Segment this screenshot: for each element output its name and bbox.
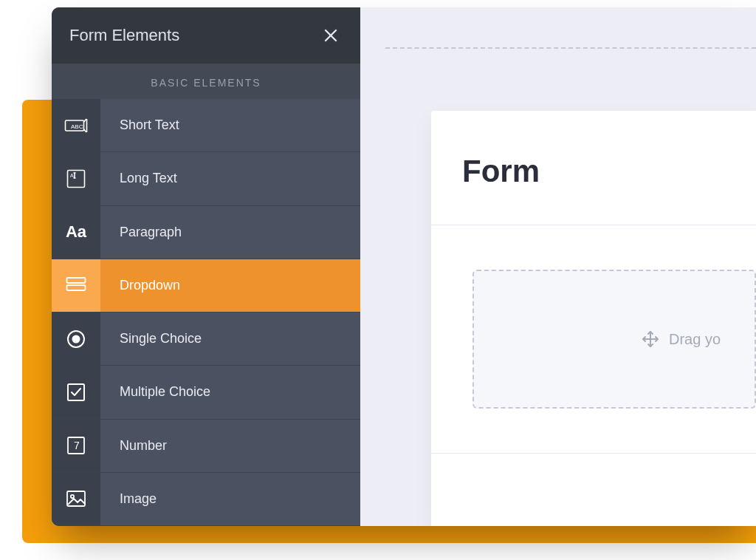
element-number[interactable]: 7 Number: [52, 420, 360, 473]
element-label: Long Text: [100, 171, 177, 186]
element-image[interactable]: Image: [52, 473, 360, 526]
long-text-icon: A: [52, 152, 100, 205]
svg-text:A: A: [70, 173, 74, 178]
element-label: Number: [100, 438, 167, 454]
top-guideline: [385, 47, 756, 49]
svg-text:ABC: ABC: [71, 123, 83, 129]
svg-line-4: [84, 119, 87, 122]
svg-rect-16: [68, 384, 84, 400]
form-canvas: Form Drag yo: [360, 7, 756, 526]
svg-point-20: [71, 495, 74, 498]
form-body: Drag yo: [431, 225, 756, 454]
svg-rect-12: [67, 278, 86, 283]
close-icon: [322, 27, 340, 44]
close-button[interactable]: [319, 24, 343, 47]
number-icon: 7: [52, 420, 100, 472]
svg-point-15: [72, 335, 80, 343]
dropdown-icon: [52, 259, 100, 312]
paragraph-icon: Aa: [52, 206, 100, 259]
element-single-choice[interactable]: Single Choice: [52, 313, 360, 366]
section-label-basic: BASIC ELEMENTS: [52, 64, 360, 99]
elements-sidebar: Form Elements BASIC ELEMENTS ABC: [52, 7, 360, 526]
form-title[interactable]: Form: [431, 111, 756, 225]
svg-rect-19: [67, 491, 85, 506]
svg-line-5: [84, 129, 87, 132]
element-dropdown[interactable]: Dropdown: [52, 259, 360, 313]
element-paragraph[interactable]: Aa Paragraph: [52, 206, 360, 259]
element-label: Dropdown: [100, 278, 180, 293]
sidebar-title: Form Elements: [69, 26, 179, 45]
element-label: Multiple Choice: [100, 384, 210, 400]
element-label: Image: [100, 491, 157, 507]
drop-zone[interactable]: Drag yo: [472, 270, 756, 409]
element-short-text[interactable]: ABC Short Text: [52, 99, 360, 152]
svg-text:7: 7: [74, 440, 80, 451]
element-label: Short Text: [100, 117, 179, 133]
short-text-icon: ABC: [52, 99, 100, 151]
element-multiple-choice[interactable]: Multiple Choice: [52, 366, 360, 419]
element-label: Paragraph: [100, 225, 182, 240]
sidebar-header: Form Elements: [52, 7, 360, 64]
form-builder-window: Form Elements BASIC ELEMENTS ABC: [52, 7, 756, 526]
multiple-choice-icon: [52, 366, 100, 418]
form-panel: Form Drag yo: [431, 111, 756, 526]
elements-list: ABC Short Text A: [52, 99, 360, 526]
image-icon: [52, 473, 100, 525]
element-long-text[interactable]: A Long Text: [52, 152, 360, 205]
svg-rect-13: [67, 285, 86, 290]
single-choice-icon: [52, 313, 100, 365]
drop-hint-text: Drag yo: [669, 331, 721, 348]
element-label: Single Choice: [100, 331, 202, 346]
move-icon: [641, 329, 660, 349]
